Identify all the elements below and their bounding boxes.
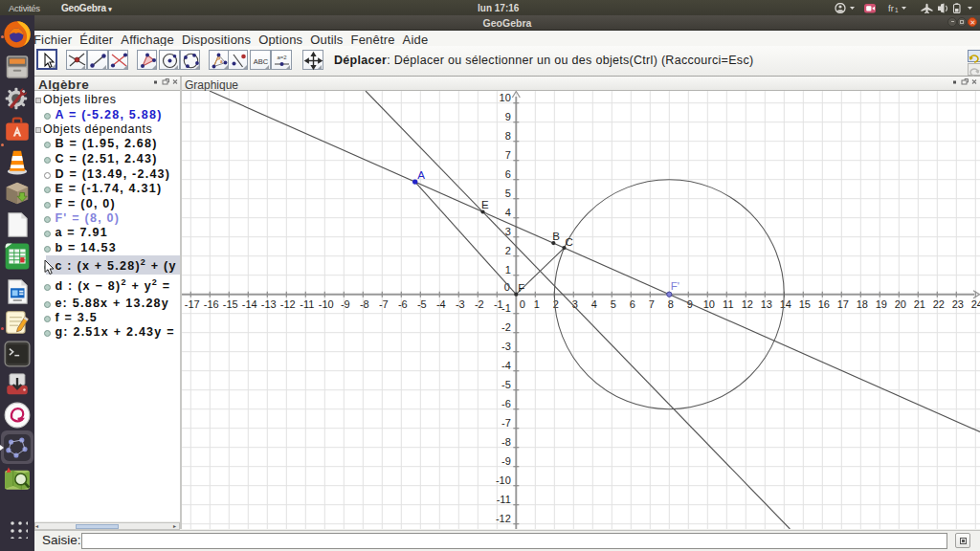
svg-text:A: A: [417, 169, 425, 181]
svg-text:-2: -2: [501, 321, 511, 333]
svg-text:11: 11: [723, 298, 733, 310]
svg-text:-17: -17: [185, 298, 200, 310]
svg-text:9: 9: [505, 111, 511, 122]
svg-text:-6: -6: [501, 398, 511, 409]
svg-text:2: 2: [505, 245, 511, 256]
svg-text:20: 20: [895, 298, 906, 310]
svg-text:-11: -11: [300, 298, 314, 310]
svg-text:-4: -4: [501, 360, 511, 371]
svg-text:-8: -8: [360, 298, 369, 310]
svg-text:7: 7: [649, 298, 655, 310]
svg-text:-11: -11: [497, 494, 511, 505]
svg-text:-8: -8: [501, 436, 511, 448]
svg-text:18: 18: [857, 298, 868, 310]
svg-text:5: 5: [611, 298, 616, 310]
svg-text:13: 13: [761, 298, 772, 310]
svg-text:4: 4: [591, 298, 597, 310]
svg-text:-12: -12: [280, 298, 296, 310]
svg-text:2: 2: [553, 298, 559, 310]
svg-text:8: 8: [668, 298, 674, 310]
svg-text:a=2: a=2: [278, 54, 288, 59]
svg-text:8: 8: [505, 130, 511, 142]
svg-text:-7: -7: [379, 298, 389, 310]
svg-text:-3: -3: [456, 298, 465, 310]
svg-text:-10: -10: [496, 474, 511, 486]
svg-text:-2: -2: [475, 298, 484, 310]
svg-text:14: 14: [780, 298, 791, 310]
svg-text:-6: -6: [398, 298, 408, 310]
svg-text:E: E: [481, 199, 489, 210]
svg-text:6: 6: [630, 298, 635, 310]
svg-text:-1: -1: [501, 302, 511, 314]
svg-text:-14: -14: [242, 298, 257, 310]
svg-text:10: 10: [500, 92, 511, 103]
svg-text:17: 17: [837, 298, 849, 310]
svg-text:-12: -12: [496, 513, 511, 524]
svg-text:-13: -13: [261, 298, 277, 310]
svg-text:-16: -16: [204, 298, 219, 310]
svg-text:a: a: [220, 58, 223, 64]
svg-text:C: C: [566, 236, 573, 248]
svg-text:-5: -5: [501, 379, 511, 390]
svg-text:1: 1: [534, 298, 540, 310]
svg-text:-5: -5: [417, 298, 427, 310]
svg-text:12: 12: [742, 298, 753, 310]
svg-text:21: 21: [914, 298, 925, 310]
svg-text:F': F': [671, 280, 679, 292]
svg-text:5: 5: [505, 187, 511, 199]
svg-text:-4: -4: [436, 298, 446, 310]
svg-text:-10: -10: [319, 298, 334, 310]
svg-text:24: 24: [971, 298, 980, 310]
svg-text:F: F: [518, 282, 524, 294]
svg-text:-7: -7: [501, 417, 511, 429]
svg-text:1: 1: [895, 7, 899, 13]
svg-text:0: 0: [520, 298, 525, 310]
svg-text:15: 15: [799, 298, 811, 310]
svg-text:-9: -9: [341, 298, 350, 310]
svg-text:-15: -15: [223, 298, 238, 310]
svg-text:7: 7: [505, 149, 511, 161]
svg-text:23: 23: [952, 298, 964, 310]
svg-text:-3: -3: [501, 341, 511, 352]
svg-text:16: 16: [818, 298, 830, 310]
svg-text:19: 19: [876, 298, 887, 310]
svg-text:-9: -9: [501, 455, 511, 467]
svg-text:6: 6: [505, 168, 511, 180]
svg-text:1: 1: [505, 264, 511, 276]
svg-text:22: 22: [933, 298, 945, 310]
svg-text:B: B: [552, 231, 560, 242]
svg-text:fr: fr: [888, 3, 894, 13]
svg-text:4: 4: [505, 207, 511, 218]
svg-text:10: 10: [703, 298, 715, 310]
